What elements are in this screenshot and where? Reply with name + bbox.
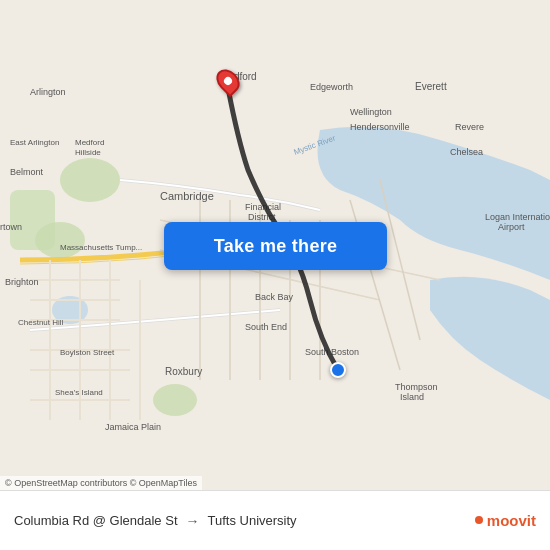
svg-text:Chelsea: Chelsea (450, 147, 483, 157)
svg-text:Chestnut Hill: Chestnut Hill (18, 318, 64, 327)
svg-text:Boylston Street: Boylston Street (60, 348, 115, 357)
origin-dot (330, 362, 346, 378)
take-me-there-button[interactable]: Take me there (164, 222, 387, 270)
footer-destination: Tufts University (208, 513, 297, 528)
button-label: Take me there (214, 236, 338, 257)
svg-text:East Arlington: East Arlington (10, 138, 59, 147)
svg-text:Jamaica Plain: Jamaica Plain (105, 422, 161, 432)
svg-text:Revere: Revere (455, 122, 484, 132)
svg-text:South Boston: South Boston (305, 347, 359, 357)
svg-text:Hendersonville: Hendersonville (350, 122, 410, 132)
svg-rect-4 (10, 190, 55, 250)
footer-route: Columbia Rd @ Glendale St → Tufts Univer… (14, 513, 475, 529)
svg-text:Massachusetts Tump...: Massachusetts Tump... (60, 243, 142, 252)
svg-text:Airport: Airport (498, 222, 525, 232)
svg-text:ertown: ertown (0, 222, 22, 232)
svg-text:Wellington: Wellington (350, 107, 392, 117)
svg-text:Roxbury: Roxbury (165, 366, 202, 377)
moovit-dot-icon (475, 516, 483, 524)
svg-text:South End: South End (245, 322, 287, 332)
svg-text:Brighton: Brighton (5, 277, 39, 287)
map-attribution: © OpenStreetMap contributors © OpenMapTi… (0, 476, 202, 490)
footer-origin: Columbia Rd @ Glendale St (14, 513, 178, 528)
footer-bar: Columbia Rd @ Glendale St → Tufts Univer… (0, 490, 550, 550)
svg-point-5 (153, 384, 197, 416)
svg-text:Cambridge: Cambridge (160, 190, 214, 202)
destination-pin (218, 68, 238, 94)
footer-arrow: → (186, 513, 200, 529)
moovit-logo: moovit (475, 512, 536, 529)
svg-text:Island: Island (400, 392, 424, 402)
svg-text:Logan International: Logan International (485, 212, 550, 222)
svg-text:Hillside: Hillside (75, 148, 101, 157)
svg-text:Medford: Medford (75, 138, 104, 147)
brand-name: moovit (487, 512, 536, 529)
attribution-text: © OpenStreetMap contributors © OpenMapTi… (5, 478, 197, 488)
svg-text:Thompson: Thompson (395, 382, 438, 392)
svg-point-2 (60, 158, 120, 202)
svg-text:Arlington: Arlington (30, 87, 66, 97)
svg-text:Everett: Everett (415, 81, 447, 92)
svg-text:Shea's Island: Shea's Island (55, 388, 103, 397)
svg-text:District: District (248, 212, 276, 222)
map-container: Arlington Medford Hillside Belmont Medfo… (0, 0, 550, 490)
svg-text:Belmont: Belmont (10, 167, 44, 177)
svg-text:Back Bay: Back Bay (255, 292, 294, 302)
svg-text:Financial: Financial (245, 202, 281, 212)
svg-text:Edgeworth: Edgeworth (310, 82, 353, 92)
